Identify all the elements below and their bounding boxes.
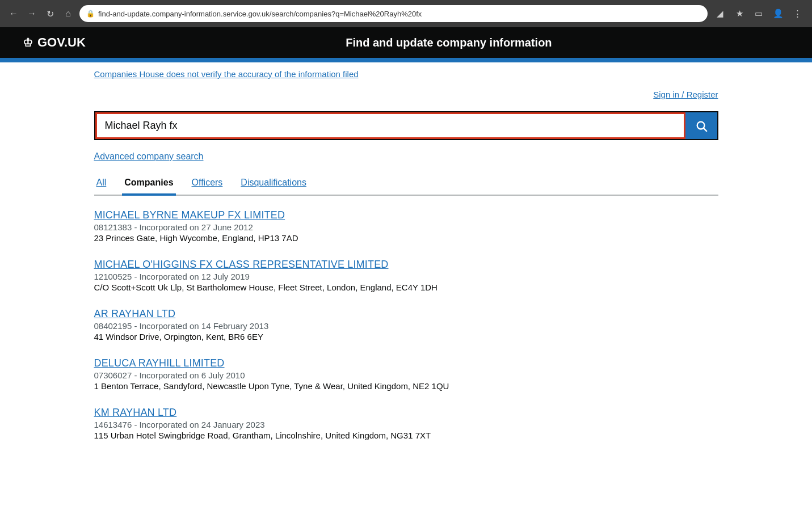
profile-button[interactable]: 👤 [770,6,786,22]
result-address: C/O Scott+Scott Uk Llp, St Bartholomew H… [94,283,718,292]
home-button[interactable]: ⌂ [61,7,75,20]
result-item: MICHAEL BYRNE MAKEUP FX LIMITED 08121383… [94,209,718,243]
result-item: MICHAEL O'HIGGINS FX CLASS REPRESENTATIV… [94,259,718,292]
svg-line-1 [704,128,706,131]
bookmark-button[interactable]: ★ [731,6,747,22]
tab-disqualifications[interactable]: Disqualifications [238,173,309,196]
result-name: MICHAEL O'HIGGINS FX CLASS REPRESENTATIV… [94,259,718,271]
result-address: 41 Windsor Drive, Orpington, Kent, BR6 6… [94,332,718,342]
browser-chrome: ← → ↻ ⌂ 🔒 find-and-update.company-inform… [0,0,812,27]
result-meta: 14613476 - Incorporated on 24 January 20… [94,420,718,429]
search-container [94,111,718,140]
page-title: Find and update company information [108,36,789,49]
result-name: AR RAYHAN LTD [94,308,718,320]
result-address: 23 Princes Gate, High Wycombe, England, … [94,233,718,243]
back-button[interactable]: ← [7,7,20,20]
result-link[interactable]: MICHAEL BYRNE MAKEUP FX LIMITED [94,209,285,221]
companies-house-notice-link[interactable]: Companies House does not verify the accu… [94,69,359,79]
result-link[interactable]: KM RAYHAN LTD [94,407,177,418]
result-item: DELUCA RAYHILL LIMITED 07306027 - Incorp… [94,357,718,391]
result-link[interactable]: DELUCA RAYHILL LIMITED [94,357,225,369]
result-meta: 12100525 - Incorporated on 12 July 2019 [94,272,718,281]
result-address: 115 Urban Hotel Swingbridge Road, Granth… [94,431,718,440]
notice-bar [0,58,812,62]
menu-button[interactable]: ⋮ [789,6,805,22]
tab-officers[interactable]: Officers [190,173,225,196]
tabs-container: All Companies Officers Disqualifications [94,173,718,196]
logo-text: GOV.UK [37,35,86,50]
result-item: AR RAYHAN LTD 08402195 - Incorporated on… [94,308,718,342]
result-item: KM RAYHAN LTD 14613476 - Incorporated on… [94,407,718,440]
browser-actions: ◢ ★ ▭ 👤 ⋮ [712,6,805,22]
result-name: MICHAEL BYRNE MAKEUP FX LIMITED [94,209,718,221]
result-name: KM RAYHAN LTD [94,407,718,419]
result-link[interactable]: AR RAYHAN LTD [94,308,176,319]
results-list: MICHAEL BYRNE MAKEUP FX LIMITED 08121383… [94,209,718,440]
cast-button[interactable]: ◢ [712,6,728,22]
result-meta: 08402195 - Incorporated on 14 February 2… [94,321,718,331]
sign-in-bar: Sign in / Register [94,84,718,106]
result-link[interactable]: MICHAEL O'HIGGINS FX CLASS REPRESENTATIV… [94,259,389,270]
result-name: DELUCA RAYHILL LIMITED [94,357,718,369]
tab-companies[interactable]: Companies [122,173,175,196]
advanced-search-link[interactable]: Advanced company search [94,151,204,161]
search-input[interactable] [95,112,685,139]
gov-logo: ♔ GOV.UK [23,35,86,50]
extensions-button[interactable]: ▭ [751,6,767,22]
lock-icon: 🔒 [86,10,95,18]
result-meta: 07306027 - Incorporated on 6 July 2010 [94,370,718,380]
sign-in-link[interactable]: Sign in / Register [653,90,718,99]
address-bar[interactable]: 🔒 find-and-update.company-information.se… [79,5,708,22]
main-content: Companies House does not verify the accu… [83,62,730,440]
forward-button[interactable]: → [25,7,39,20]
result-address: 1 Benton Terrace, Sandyford, Newcastle U… [94,381,718,391]
crown-icon: ♔ [23,36,33,49]
reload-button[interactable]: ↻ [43,7,57,20]
page-header: ♔ GOV.UK Find and update company informa… [0,27,812,58]
result-meta: 08121383 - Incorporated on 27 June 2012 [94,222,718,232]
notice-link-bar: Companies House does not verify the accu… [94,62,718,84]
url-text: find-and-update.company-information.serv… [98,10,422,18]
advanced-search-container: Advanced company search [94,151,718,162]
search-icon [695,120,708,132]
tab-all[interactable]: All [94,173,109,196]
search-button[interactable] [685,112,717,139]
